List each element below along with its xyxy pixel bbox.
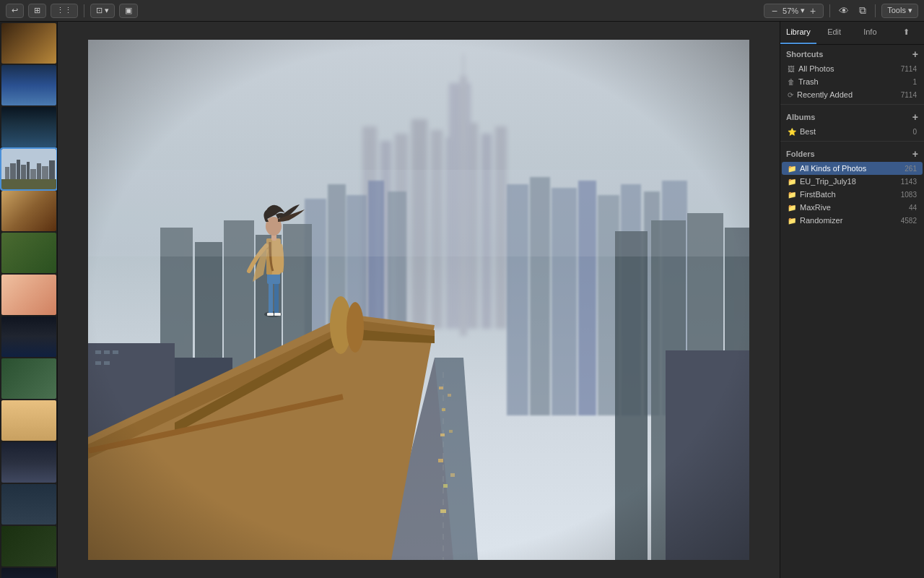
all-photos-count: 7114 (901, 65, 917, 73)
sidebar-item-max-rive[interactable]: 📁 MaxRive 44 (782, 201, 923, 214)
view-mode-icon: ⊡ (96, 6, 103, 15)
thumbnail-12[interactable] (1, 484, 56, 525)
thumbnail-2[interactable] (1, 65, 56, 105)
eu-trip-label: EU_Trip_July18 (800, 177, 897, 186)
albums-add-button[interactable]: + (912, 112, 918, 122)
separator-3 (875, 4, 876, 17)
recently-added-count: 7114 (901, 91, 917, 99)
folders-label: Folders (786, 150, 815, 158)
first-batch-folder-icon: 📁 (788, 191, 796, 199)
shortcuts-add-button[interactable]: + (912, 49, 918, 59)
info-tab-label: Info (863, 27, 876, 36)
separator-2 (829, 4, 830, 17)
randomizer-count: 4582 (901, 217, 917, 225)
main-image-container (88, 40, 749, 560)
crop-button[interactable]: ▣ (119, 4, 138, 18)
first-batch-count: 1083 (901, 191, 917, 199)
thumbnail-6[interactable] (1, 233, 56, 273)
thumbnail-10[interactable] (1, 400, 56, 441)
trash-count: 1 (912, 78, 917, 86)
thumbnail-13[interactable] (1, 526, 56, 566)
all-kinds-count: 261 (905, 165, 917, 173)
tools-label: Tools ▾ (887, 6, 912, 15)
export-icon: ⬆ (903, 27, 910, 36)
sidebar-item-first-batch[interactable]: 📁 FirstBatch 1083 (782, 188, 923, 201)
right-panel: Library Edit Info ⬆ Shortcuts + 🖼 All Ph… (780, 22, 924, 578)
trash-label: Trash (798, 77, 909, 86)
svg-rect-80 (88, 40, 749, 560)
eye-button[interactable]: 👁 (836, 4, 852, 18)
crop-icon: ▣ (125, 6, 132, 15)
max-rive-count: 44 (909, 204, 917, 212)
tab-info[interactable]: Info (853, 22, 889, 44)
trash-icon: 🗑 (788, 78, 795, 86)
tools-button[interactable]: Tools ▾ (881, 4, 918, 18)
eu-trip-count: 1143 (901, 178, 917, 186)
main-view (58, 22, 780, 578)
view-options-button[interactable]: ⋮⋮ (51, 4, 78, 18)
panel-tabs: Library Edit Info ⬆ (780, 22, 924, 45)
sidebar-item-all-kinds[interactable]: 📁 All Kinds of Photos 261 (782, 162, 923, 175)
zoom-chevron: ▾ (801, 6, 805, 15)
main-photo (88, 40, 749, 560)
separator-1 (84, 4, 84, 17)
tab-export[interactable]: ⬆ (888, 22, 924, 44)
folders-add-button[interactable]: + (912, 149, 918, 159)
thumbnail-4[interactable] (1, 149, 56, 189)
sidebar-item-all-photos[interactable]: 🖼 All Photos 7114 (782, 62, 923, 75)
thumbnail-3[interactable] (1, 107, 56, 147)
albums-section-header: Albums + (780, 108, 924, 125)
recently-added-icon: ⟳ (788, 91, 793, 99)
zoom-level: 57% (783, 7, 798, 15)
max-rive-label: MaxRive (800, 203, 905, 212)
eye-icon: 👁 (839, 5, 849, 17)
view-mode-button[interactable]: ⊡ ▾ (90, 4, 115, 18)
shortcuts-label: Shortcuts (786, 50, 823, 59)
sidebar-item-recently-added[interactable]: ⟳ Recently Added 7114 (782, 88, 923, 101)
zoom-in-button[interactable]: + (807, 4, 819, 18)
thumbnail-5[interactable] (1, 191, 56, 231)
back-button[interactable]: ↩ (6, 4, 24, 18)
max-rive-folder-icon: 📁 (788, 204, 796, 212)
albums-label: Albums (786, 113, 815, 121)
thumbnail-14[interactable] (1, 568, 56, 578)
all-kinds-label: All Kinds of Photos (800, 164, 901, 173)
thumbnail-7[interactable] (1, 275, 56, 315)
recently-added-label: Recently Added (797, 90, 897, 99)
tab-edit[interactable]: Edit (816, 22, 853, 44)
zoom-out-button[interactable]: − (769, 4, 780, 18)
first-batch-label: FirstBatch (800, 190, 897, 199)
main-content: Library Edit Info ⬆ Shortcuts + 🖼 All Ph… (0, 22, 924, 578)
filmstrip (0, 22, 58, 578)
all-photos-label: All Photos (798, 64, 897, 73)
compare-icon: ⧉ (859, 4, 866, 17)
layout-icon: ⊞ (34, 6, 40, 15)
thumbnail-11[interactable] (1, 442, 56, 483)
sidebar-item-best[interactable]: ⭐ Best 0 (782, 125, 923, 138)
sidebar-item-trash[interactable]: 🗑 Trash 1 (782, 75, 923, 88)
eu-trip-folder-icon: 📁 (788, 178, 796, 186)
best-count: 0 (912, 128, 917, 136)
sidebar-item-eu-trip[interactable]: 📁 EU_Trip_July18 1143 (782, 175, 923, 188)
all-photos-icon: 🖼 (788, 65, 795, 73)
svg-rect-10 (1, 179, 56, 189)
edit-tab-label: Edit (827, 27, 841, 36)
thumb-city-svg (1, 149, 56, 189)
best-label: Best (800, 127, 909, 136)
thumbnail-8[interactable] (1, 316, 56, 357)
compare-button[interactable]: ⧉ (856, 3, 869, 18)
layout-button[interactable]: ⊞ (28, 4, 46, 18)
back-icon: ↩ (12, 6, 18, 15)
randomizer-label: Randomizer (800, 216, 897, 225)
folders-section-header: Folders + (780, 144, 924, 162)
library-tab-label: Library (786, 27, 811, 36)
sidebar-item-randomizer[interactable]: 📁 Randomizer 4582 (782, 214, 923, 227)
randomizer-folder-icon: 📁 (788, 217, 796, 225)
tab-library[interactable]: Library (780, 22, 816, 44)
thumbnail-9[interactable] (1, 358, 56, 399)
all-kinds-folder-icon: 📁 (788, 165, 796, 173)
thumbnail-1[interactable] (1, 23, 56, 64)
divider-2 (780, 141, 924, 142)
divider-1 (780, 104, 924, 105)
main-toolbar: ↩ ⊞ ⋮⋮ ⊡ ▾ ▣ − 57% ▾ + 👁 ⧉ Tools ▾ (0, 0, 924, 22)
